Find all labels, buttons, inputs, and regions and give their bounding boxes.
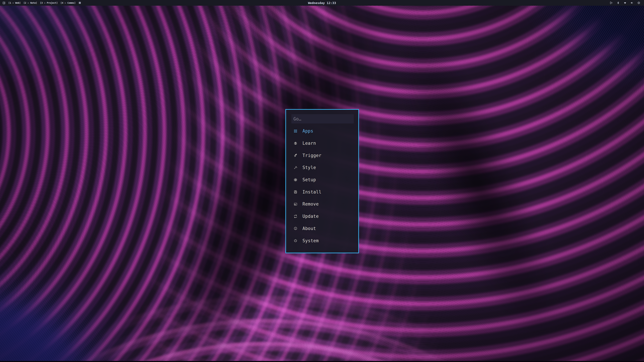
menu-item-learn[interactable]: Learn [286, 137, 358, 149]
launcher-menu: Apps Learn Trigger [285, 109, 359, 253]
info-icon [294, 227, 298, 231]
screen-bottom-edge [0, 361, 644, 362]
refresh-icon [294, 214, 298, 218]
floppy-disk-icon [294, 190, 298, 194]
menu-item-apps[interactable]: Apps [286, 125, 358, 137]
menu-item-label: Install [302, 189, 322, 194]
focused-window-square [79, 2, 81, 4]
menu-item-label: System [302, 238, 319, 243]
menu-item-label: Apps [302, 128, 313, 133]
menu-item-update[interactable]: Update [286, 210, 358, 222]
menu-item-label: Update [302, 214, 319, 219]
bluetooth-icon[interactable] [616, 1, 620, 4]
chip-icon[interactable] [637, 1, 640, 4]
menu-item-label: About [302, 226, 316, 231]
menu-item-about[interactable]: About [286, 222, 358, 235]
apps-grid-icon [294, 129, 298, 133]
power-icon [294, 239, 298, 243]
menu-item-label: Remove [302, 202, 319, 207]
logout-icon[interactable] [610, 1, 613, 4]
menu-item-style[interactable]: Style [286, 161, 358, 174]
gear-icon [294, 178, 298, 182]
menu-item-setup[interactable]: Setup [286, 174, 358, 186]
menu-item-label: Trigger [302, 153, 322, 158]
workspace-1-web[interactable]: [1 – Web] [8, 1, 20, 4]
wand-icon [294, 165, 298, 170]
workspace-3-project[interactable]: [3 – Project] [40, 1, 58, 4]
menu-item-label: Learn [302, 141, 316, 146]
remove-window-icon [294, 202, 298, 206]
workspace-2-note[interactable]: [2 – Note] [24, 1, 37, 4]
wifi-icon[interactable] [624, 1, 627, 4]
menu-item-remove[interactable]: Remove [286, 198, 358, 210]
menu-item-label: Style [302, 165, 316, 170]
menu-item-install[interactable]: Install [286, 186, 358, 198]
menu-item-system[interactable]: System [286, 235, 358, 247]
rocket-icon [294, 153, 298, 157]
menu-search-input[interactable] [292, 114, 354, 123]
menu-item-list: Apps Learn Trigger [286, 125, 358, 247]
workspace-4-comms[interactable]: [4 – Comms] [60, 1, 76, 4]
menu-item-label: Setup [302, 177, 316, 182]
clock: Wednesday 12:33 [308, 0, 336, 6]
window-layout-icon[interactable] [2, 1, 6, 4]
menu-item-trigger[interactable]: Trigger [286, 149, 358, 161]
top-status-bar: [1 – Web] [2 – Note] [3 – Project] [4 – … [0, 0, 644, 6]
workspace-switcher: [1 – Web] [2 – Note] [3 – Project] [4 – … [2, 1, 81, 4]
volume-icon[interactable] [630, 1, 634, 4]
status-tray [610, 1, 640, 4]
brain-icon [294, 141, 298, 145]
